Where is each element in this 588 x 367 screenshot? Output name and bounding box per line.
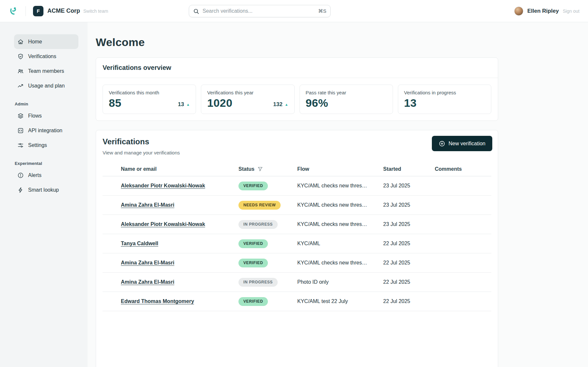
table-header: Name or email Status Flow Started Commen…	[103, 162, 491, 176]
verification-name-link[interactable]: Amina Zahra El-Masri	[121, 260, 174, 265]
new-verification-button[interactable]: New verification	[432, 136, 492, 151]
verifications-overview-card: Verifications overview Verifications thi…	[96, 57, 498, 121]
sidebar-item-settings[interactable]: Settings	[14, 138, 78, 152]
cell-status: VERIFIED	[238, 297, 297, 306]
cell-flow: KYC/AML	[297, 241, 383, 247]
status-badge: VERIFIED	[238, 297, 268, 306]
sidebar-item-label: Smart lookup	[28, 187, 59, 193]
table-row: Amina Zahra El-Masri IN PROGRESS Photo I…	[103, 273, 491, 292]
sidebar-item-home[interactable]: Home	[14, 34, 78, 49]
user-avatar[interactable]	[514, 7, 523, 16]
sidebar-item-label: Usage and plan	[28, 83, 65, 89]
verifications-card: Verifications View and manage your verif…	[96, 130, 498, 367]
sidebar-item-smart-lookup[interactable]: Smart lookup	[14, 183, 78, 197]
page-title: Welcome	[96, 36, 498, 49]
cell-started: 22 Jul 2025	[383, 241, 435, 247]
table-row: Edward Thomas Montgomery VERIFIED KYC/AM…	[103, 292, 491, 311]
main-content: Welcome Verifications overview Verificat…	[88, 22, 588, 367]
switch-team-link[interactable]: Switch team	[83, 8, 108, 14]
logo-icon	[8, 6, 18, 16]
verification-name-link[interactable]: Amina Zahra El-Masri	[121, 202, 174, 208]
sidebar-item-team-members[interactable]: Team members	[14, 64, 78, 78]
stat-value: 96%	[306, 97, 328, 109]
cell-flow: KYC/AML checks new thres…	[297, 183, 383, 189]
verification-name-link[interactable]: Aleksander Piotr Kowalski-Nowak	[121, 183, 205, 188]
table-row: Amina Zahra El-Masri VERIFIED KYC/AML ch…	[103, 253, 491, 273]
cell-status: VERIFIED	[238, 239, 297, 248]
search-input[interactable]	[203, 8, 315, 14]
stat-label: Verifications in progress	[404, 90, 485, 95]
delta-up-icon: ▲	[285, 103, 288, 106]
stat-value: 85	[109, 97, 122, 109]
user-name: Ellen Ripley	[527, 8, 559, 14]
stats-row: Verifications this month 85 13 ▲ Verific…	[96, 78, 498, 120]
sliders-icon	[17, 142, 24, 149]
zap-icon	[17, 187, 24, 193]
cell-started: 23 Jul 2025	[383, 221, 435, 227]
search-icon	[193, 8, 199, 14]
stat-delta: 132 ▲	[273, 101, 288, 109]
cell-started: 22 Jul 2025	[383, 260, 435, 266]
table-row: Tanya Caldwell VERIFIED KYC/AML 22 Jul 2…	[103, 234, 491, 253]
column-header-started: Started	[383, 166, 435, 172]
column-header-comments: Comments	[435, 166, 491, 172]
stat-card-in-progress: Verifications in progress 13	[398, 85, 491, 114]
table-bottom-space	[103, 311, 491, 367]
cell-name: Amina Zahra El-Masri	[103, 279, 238, 285]
status-badge: VERIFIED	[238, 259, 268, 267]
cell-flow: KYC/AML checks new thres…	[297, 202, 383, 208]
cell-started: 22 Jul 2025	[383, 298, 435, 304]
trend-icon	[17, 83, 24, 89]
sidebar-item-flows[interactable]: Flows	[14, 108, 78, 123]
sidebar: Home Verifications Team members	[0, 22, 88, 367]
shield-check-icon	[17, 53, 24, 60]
cell-name: Edward Thomas Montgomery	[103, 298, 238, 304]
search-box[interactable]: ⌘S	[189, 5, 331, 17]
team-avatar: F	[33, 6, 43, 16]
cell-status: VERIFIED	[238, 259, 297, 267]
verification-name-link[interactable]: Edward Thomas Montgomery	[121, 298, 194, 304]
cell-started: 23 Jul 2025	[383, 202, 435, 208]
sidebar-item-usage-and-plan[interactable]: Usage and plan	[14, 78, 78, 93]
divider	[25, 6, 26, 16]
sign-out-link[interactable]: Sign out	[563, 8, 580, 14]
status-badge: VERIFIED	[238, 239, 268, 248]
plus-circle-icon	[439, 140, 445, 147]
column-header-name: Name or email	[103, 166, 238, 172]
topbar-user-area: Ellen Ripley Sign out	[514, 7, 580, 16]
cell-name: Tanya Caldwell	[103, 241, 238, 247]
sidebar-item-label: Team members	[28, 68, 64, 74]
sidebar-item-api-integration[interactable]: API integration	[14, 123, 78, 138]
verification-name-link[interactable]: Tanya Caldwell	[121, 241, 158, 246]
sidebar-section-experimental: Experimental	[15, 161, 78, 166]
verification-name-link[interactable]: Aleksander Piotr Kowalski-Nowak	[121, 221, 205, 227]
cell-flow: KYC/AML checks new thres…	[297, 260, 383, 266]
status-badge: IN PROGRESS	[238, 220, 278, 229]
column-header-flow: Flow	[297, 166, 383, 172]
filter-icon[interactable]	[257, 166, 263, 172]
topbar: F ACME Corp Switch team ⌘S Ellen Ripley …	[0, 0, 588, 22]
cell-started: 23 Jul 2025	[383, 183, 435, 189]
sidebar-item-label: API integration	[28, 128, 62, 134]
stat-label: Verifications this month	[109, 90, 190, 95]
team-icon	[17, 68, 24, 74]
verification-name-link[interactable]: Amina Zahra El-Masri	[121, 279, 174, 285]
stat-card-pass-rate: Pass rate this year 96%	[300, 85, 393, 114]
cell-started: 22 Jul 2025	[383, 279, 435, 285]
layers-icon	[17, 113, 24, 119]
sidebar-item-label: Home	[28, 39, 42, 45]
stat-card-year: Verifications this year 1020 132 ▲	[201, 85, 294, 114]
status-badge: NEEDS REVIEW	[238, 201, 281, 210]
cell-name: Aleksander Piotr Kowalski-Nowak	[103, 221, 238, 227]
stat-label: Verifications this year	[207, 90, 288, 95]
sidebar-item-alerts[interactable]: Alerts	[14, 168, 78, 183]
cell-flow: Photo ID only	[297, 279, 383, 285]
status-badge: IN PROGRESS	[238, 278, 278, 287]
home-icon	[17, 39, 24, 45]
stat-value: 13	[404, 97, 417, 109]
cell-name: Amina Zahra El-Masri	[103, 202, 238, 208]
column-header-status: Status	[238, 166, 297, 172]
sidebar-section-admin: Admin	[15, 102, 78, 106]
sidebar-item-label: Settings	[28, 142, 47, 148]
sidebar-item-verifications[interactable]: Verifications	[14, 49, 78, 64]
